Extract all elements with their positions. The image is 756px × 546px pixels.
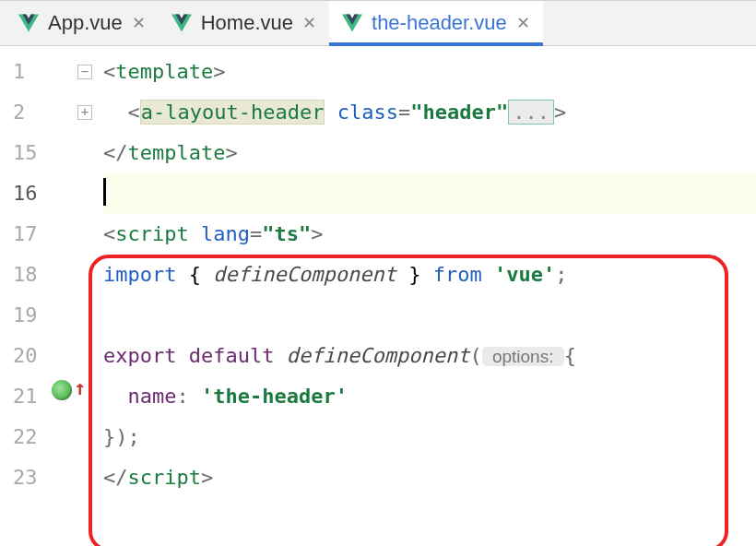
line-number: 18 xyxy=(0,255,90,295)
gutter: 1 2 15 16 17 18 19 20 21 22 23 − + ↑ xyxy=(0,46,90,546)
tab-home-vue[interactable]: Home.vue ✕ xyxy=(159,1,329,45)
line-number: 16 xyxy=(0,173,90,214)
text-caret xyxy=(103,178,106,206)
close-icon[interactable]: ✕ xyxy=(132,13,146,33)
tab-the-header-vue[interactable]: the-header.vue ✕ xyxy=(329,1,543,45)
vue-icon xyxy=(342,14,362,32)
vue-icon xyxy=(171,14,192,32)
line-number: 23 xyxy=(0,457,90,498)
code-line-current xyxy=(103,173,756,214)
code-line: </script> xyxy=(103,457,756,498)
code-area[interactable]: <template> <a-layout-header class="heade… xyxy=(90,46,756,546)
code-fold-ellipsis[interactable]: ... xyxy=(508,100,554,125)
code-line xyxy=(103,295,756,336)
code-line: </template> xyxy=(103,133,756,173)
code-line: <script lang="ts"> xyxy=(103,214,756,255)
close-icon[interactable]: ✕ xyxy=(516,13,530,33)
inlay-hint: options: xyxy=(482,347,564,366)
code-line: <template> xyxy=(103,52,756,92)
code-line: name: 'the-header' xyxy=(103,376,756,417)
close-icon[interactable]: ✕ xyxy=(302,13,316,33)
tab-app-vue[interactable]: App.vue ✕ xyxy=(6,1,159,45)
line-number: 22 xyxy=(0,417,90,457)
code-editor[interactable]: 1 2 15 16 17 18 19 20 21 22 23 − + ↑ <te… xyxy=(0,46,756,546)
gutter-arrow-icon: ↑ xyxy=(74,376,86,399)
vue-icon xyxy=(18,14,39,32)
line-number: 17 xyxy=(0,214,90,255)
tab-label: the-header.vue xyxy=(372,11,507,35)
tab-bar: App.vue ✕ Home.vue ✕ the-header.vue ✕ xyxy=(0,0,756,46)
gutter-marker-icon[interactable] xyxy=(52,380,72,400)
line-number: 15 xyxy=(0,133,90,173)
tab-label: App.vue xyxy=(48,11,123,35)
line-number: 20 xyxy=(0,336,90,376)
code-line: }); xyxy=(103,417,756,457)
tab-label: Home.vue xyxy=(201,11,293,35)
code-line: export default defineComponent( options:… xyxy=(103,336,756,376)
code-line: <a-layout-header class="header"...> xyxy=(103,92,756,133)
code-line: import { defineComponent } from 'vue'; xyxy=(103,255,756,295)
line-number: 19 xyxy=(0,295,90,336)
